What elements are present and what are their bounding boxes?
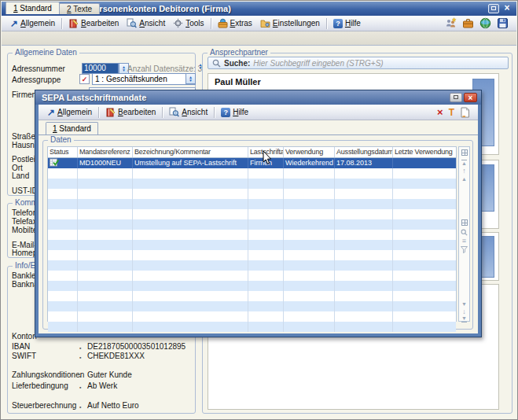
column-header-status[interactable]: Status xyxy=(48,147,78,157)
empty-cell xyxy=(284,179,335,189)
menu-einstellungen[interactable]: Einstellungen xyxy=(256,17,324,30)
table-row-empty[interactable] xyxy=(48,291,456,301)
contact-search-bar[interactable]: Suche: Hier Suchbegriff eingeben (STRG+S… xyxy=(208,57,509,69)
adressgruppe-check-icon[interactable]: ✓ xyxy=(79,74,90,84)
delete-icon[interactable]: × xyxy=(437,107,443,117)
empty-cell xyxy=(393,179,456,189)
empty-cell xyxy=(78,311,133,322)
empty-cell xyxy=(335,281,393,291)
steuerberechnung-label: Steuerberechnung xyxy=(12,401,76,410)
dialog-menu-bearbeiten[interactable]: Bearbeiten xyxy=(101,105,160,119)
empty-cell xyxy=(133,240,248,250)
table-row-empty[interactable] xyxy=(48,199,456,209)
filter-icon[interactable]: T xyxy=(449,108,454,117)
empty-cell xyxy=(48,230,78,240)
empty-cell xyxy=(78,179,133,189)
empty-cell xyxy=(335,322,393,332)
tab-texte[interactable]: 2 Texte xyxy=(59,3,100,14)
dialog-menu-allgemein[interactable]: ↗ Allgemein xyxy=(43,106,96,118)
column-header-bezeichnung[interactable]: Bezeichnung/Kommentar xyxy=(133,147,248,157)
table-header: Status Mandatsreferenz Bezeichnung/Komme… xyxy=(48,147,456,158)
table-row-empty[interactable] xyxy=(48,260,456,271)
tools-gear-icon xyxy=(173,18,183,28)
dialog-menu-hilfe[interactable]: ? Hilfe xyxy=(217,106,252,119)
table-row-empty[interactable] xyxy=(48,301,456,311)
bezeichnung-cell: Umstellung auf SEPA-Lastschrift xyxy=(133,158,248,168)
table-row-empty[interactable] xyxy=(48,189,456,199)
column-header-letzte-verwendung[interactable]: Letzte Verwendung xyxy=(393,147,456,157)
table-row-empty[interactable] xyxy=(48,322,456,332)
dialog-close-button[interactable]: × xyxy=(464,93,477,102)
table-row-empty[interactable] xyxy=(48,281,456,291)
empty-cell xyxy=(133,281,248,291)
table-row-empty[interactable] xyxy=(48,230,456,240)
nav-down-icon[interactable]: ↓ xyxy=(459,308,469,315)
empty-cell xyxy=(248,311,284,322)
empty-cell xyxy=(48,291,78,301)
menu-allgemein[interactable]: ↗ Allgemein xyxy=(6,17,59,29)
table-row-empty[interactable] xyxy=(48,311,456,322)
dialog-group-daten: Daten Status Mandatsreferenz Bezeichnung… xyxy=(42,140,473,330)
nav-first-icon[interactable]: ▲ xyxy=(459,160,469,167)
empty-cell xyxy=(284,199,335,209)
contacts-sync-icon[interactable] xyxy=(445,17,457,29)
nav-last-icon[interactable]: ▼ xyxy=(459,315,469,322)
column-header-mandatsreferenz[interactable]: Mandatsreferenz xyxy=(78,147,133,157)
table-row-empty[interactable] xyxy=(48,209,456,219)
nav-prev-icon[interactable]: ▲ xyxy=(459,176,469,182)
report-grid-icon[interactable] xyxy=(461,219,468,226)
nav-next-icon[interactable]: ▼ xyxy=(459,301,469,308)
dialog-restore-button[interactable] xyxy=(450,93,462,102)
column-header-ausstellungsdatum[interactable]: Ausstellungsdatum xyxy=(335,147,393,157)
menu-hilfe[interactable]: ? Hilfe xyxy=(329,17,365,30)
empty-cell xyxy=(335,301,393,311)
empty-cell xyxy=(133,311,248,322)
empty-cell xyxy=(48,219,78,230)
globe-icon[interactable] xyxy=(479,17,491,29)
empty-cell xyxy=(133,199,248,209)
menu-tools[interactable]: Tools xyxy=(169,17,208,30)
menu-separator xyxy=(326,18,327,29)
table-row-empty[interactable] xyxy=(48,271,456,281)
menu-extras[interactable]: Extras xyxy=(214,17,256,30)
column-header-verwendung[interactable]: Verwendung xyxy=(284,147,335,157)
table-row-empty[interactable] xyxy=(48,168,456,179)
close-button[interactable]: × xyxy=(501,3,512,13)
briefcase-icon[interactable] xyxy=(462,17,474,29)
main-tabstrip xyxy=(2,31,516,45)
adressgruppe-select[interactable]: 1 : Geschäftskunden ▲▼ xyxy=(92,73,196,85)
dialog-menu-ansicht[interactable]: Ansicht xyxy=(165,105,211,119)
new-document-icon[interactable] xyxy=(460,107,470,118)
grid-select-icon[interactable] xyxy=(461,149,468,156)
adressgruppe-label: Adressgruppe xyxy=(12,76,61,84)
table-row-empty[interactable] xyxy=(48,219,456,230)
dialog-titlebar[interactable]: SEPA Lastschriftmandate × xyxy=(35,90,481,105)
empty-cell xyxy=(393,250,456,260)
table-row-empty[interactable] xyxy=(48,240,456,250)
toolbar-right-icons xyxy=(445,17,512,29)
adressnummer-input[interactable]: 10000 xyxy=(82,63,119,74)
save-icon[interactable] xyxy=(497,17,509,29)
tab-standard[interactable]: 1 Standard xyxy=(6,2,60,14)
empty-cell xyxy=(284,250,335,260)
arrow-ne-icon: ↗ xyxy=(10,20,18,28)
menu-bearbeiten[interactable]: Bearbeiten xyxy=(64,17,123,30)
nav-up-icon[interactable]: ↑ xyxy=(459,168,469,174)
table-row-empty[interactable] xyxy=(48,179,456,189)
dialog-tab-standard[interactable]: 1 Standard xyxy=(46,122,98,134)
ausstellungsdatum-cell: 17.08.2013 xyxy=(335,158,393,168)
edit-book-icon xyxy=(68,18,79,28)
sort-icon[interactable]: ≡ xyxy=(459,238,469,244)
table-row-empty[interactable] xyxy=(48,250,456,260)
table-filter-icon[interactable] xyxy=(459,246,469,255)
restore-button[interactable] xyxy=(488,4,499,13)
table-row-selected[interactable]: MD1000NEU Umstellung auf SEPA-Lastschrif… xyxy=(48,158,456,168)
empty-cell xyxy=(248,240,284,250)
menu-ansicht[interactable]: Ansicht xyxy=(123,17,169,30)
combo-arrows-icon[interactable]: ▲▼ xyxy=(186,73,196,84)
empty-cell xyxy=(335,219,393,230)
empty-cell xyxy=(393,209,456,219)
restore-icon xyxy=(491,6,496,10)
status-cell xyxy=(48,158,78,168)
empty-cell xyxy=(284,168,335,179)
